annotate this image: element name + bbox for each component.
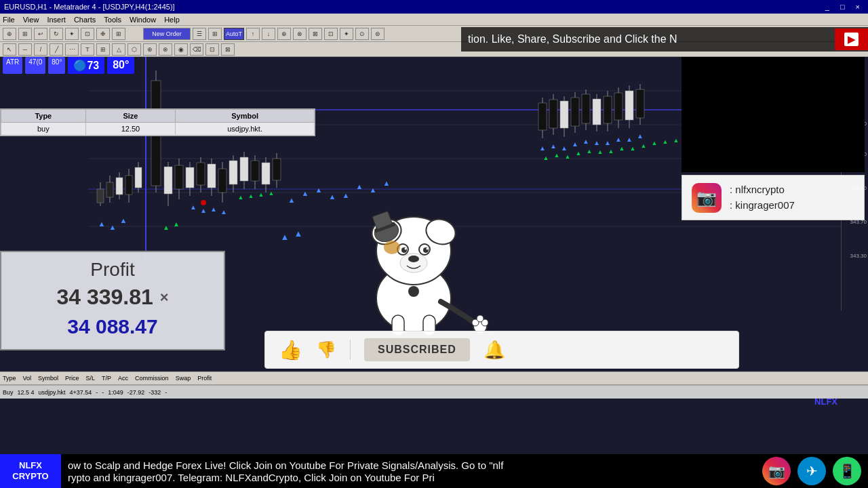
trade-info-table: Type Size Symbol buy 12.50 usdjpy.hkt. [1, 109, 315, 136]
col-h-swap: Swap [176, 375, 191, 382]
svg-rect-50 [571, 98, 579, 126]
tb2-btn-14[interactable]: ⊡ [205, 43, 219, 56]
indicator-large1: 🔵73 [68, 57, 104, 74]
svg-text:▲: ▲ [248, 192, 254, 199]
svg-rect-40 [262, 163, 270, 184]
tb-btn-9[interactable]: ☰ [193, 28, 206, 40]
menu-help[interactable]: Help [164, 16, 180, 24]
dislike-button[interactable]: 👎 [316, 340, 336, 359]
tb-btn-2[interactable]: ⊞ [18, 28, 32, 40]
tb-btn-12[interactable]: ↓ [262, 28, 275, 40]
tb2-btn-8[interactable]: △ [112, 43, 125, 56]
col-h-commission: Commission [135, 375, 169, 382]
tb2-btn-7[interactable]: ⊞ [96, 43, 110, 56]
bottom-trade-details: Buy 12.5 4 usdjpy.hkt 4+37.54 - - 1:049 … [0, 385, 868, 399]
trade-detail-symbol: usdjpy.hkt [39, 389, 66, 396]
yt-separator [350, 340, 351, 360]
svg-text:▲: ▲ [98, 220, 106, 228]
menu-tools[interactable]: Tools [104, 16, 121, 24]
tb-btn-10[interactable]: ⊞ [208, 28, 222, 40]
autotrade-btn[interactable]: AutoT [224, 28, 244, 40]
tb-btn-6[interactable]: ⊡ [81, 28, 94, 40]
tb-btn-7[interactable]: ❉ [96, 28, 110, 40]
tb2-btn-4[interactable]: ╱ [50, 43, 63, 56]
svg-text:▲: ▲ [554, 152, 560, 159]
svg-rect-48 [560, 101, 568, 128]
svg-text:▲: ▲ [597, 148, 604, 155]
bell-button[interactable]: 🔔 [484, 340, 505, 361]
menu-file[interactable]: File [3, 16, 15, 24]
tb-btn-13[interactable]: ⊕ [277, 28, 291, 40]
tb-btn-3[interactable]: ↩ [34, 28, 47, 40]
tb-btn-4[interactable]: ↻ [50, 28, 63, 40]
trade-size: 12.50 [85, 123, 176, 136]
tb2-btn-12[interactable]: ◉ [174, 43, 188, 56]
tb-btn-1[interactable]: ⊕ [3, 28, 16, 40]
instagram-handle-2: : kingrager007 [730, 198, 795, 214]
title-text: EURUSD,H1 - Metatrader 4 - [USDJPY,H4(1:… [4, 3, 175, 11]
tb-btn-11[interactable]: ↑ [246, 28, 260, 40]
tb-btn-16[interactable]: ⊡ [324, 28, 338, 40]
telegram-social-btn[interactable]: ✈ [797, 457, 826, 485]
like-button[interactable]: 👍 [279, 339, 302, 361]
indicator-large2: 80° [107, 57, 134, 74]
profit-close-btn[interactable]: × [160, 289, 169, 306]
col-h-acc: Acc [118, 375, 128, 382]
svg-rect-25 [186, 167, 194, 188]
yt-subscribe-btn[interactable]: ▶ [835, 28, 868, 50]
col-h-type: Type [3, 375, 16, 382]
yt-notification-text: tion. Like, Share, Subscribe and Click t… [461, 33, 835, 45]
tb2-btn-1[interactable]: ↖ [3, 43, 16, 56]
minimize-btn[interactable]: _ [821, 3, 833, 11]
tb-btn-19[interactable]: ⊚ [371, 28, 384, 40]
svg-text:▲: ▲ [608, 148, 614, 155]
col-h-symbol: Symbol [38, 375, 58, 382]
profit-panel: Profit 34 339.81 × 34 088.47 [0, 251, 225, 350]
menu-insert[interactable]: Insert [47, 16, 66, 24]
tb2-btn-11[interactable]: ⊗ [159, 43, 172, 56]
tb2-btn-2[interactable]: ─ [18, 43, 32, 56]
tb2-btn-15[interactable]: ⊠ [221, 43, 235, 56]
col-symbol: Symbol [176, 110, 315, 123]
svg-text:▲: ▲ [288, 196, 296, 204]
svg-rect-60 [625, 91, 633, 120]
tb2-btn-3[interactable]: / [34, 43, 47, 56]
instagram-social-btn[interactable]: 📷 [762, 457, 791, 485]
tb2-btn-13[interactable]: ⌫ [190, 43, 203, 56]
svg-point-138 [477, 315, 484, 322]
svg-text:▲: ▲ [543, 155, 549, 161]
svg-text:▲: ▲ [190, 203, 197, 211]
tb-btn-5[interactable]: ✦ [65, 28, 79, 40]
menu-view[interactable]: View [23, 16, 39, 24]
close-btn[interactable]: × [852, 3, 864, 11]
tb-btn-8[interactable]: ⊞ [112, 28, 125, 40]
tb2-btn-5[interactable]: ⋯ [65, 43, 79, 56]
instagram-logo-icon: 📷 [696, 188, 717, 207]
subscribed-button[interactable]: SUBSCRIBED [364, 338, 470, 361]
svg-rect-30 [208, 164, 216, 188]
svg-text:▲: ▲ [200, 207, 207, 214]
svg-text:▲: ▲ [539, 144, 546, 152]
new-order-btn[interactable]: New Order [143, 28, 191, 40]
tb-btn-17[interactable]: ✦ [340, 28, 353, 40]
col-type: Type [1, 110, 86, 123]
svg-text:▲: ▲ [163, 224, 170, 231]
yt-notification-bar: tion. Like, Share, Subscribe and Click t… [461, 27, 868, 52]
svg-text:▲: ▲ [561, 144, 568, 152]
trade-detail-sl: - [96, 389, 98, 396]
col-h-price: Price [65, 375, 79, 382]
tb-btn-15[interactable]: ⊠ [309, 28, 322, 40]
nlfx-logo-line1: NLFX [19, 460, 42, 471]
maximize-btn[interactable]: □ [836, 3, 849, 11]
menu-charts[interactable]: Charts [74, 16, 96, 24]
menu-window[interactable]: Window [130, 16, 156, 24]
tb-btn-14[interactable]: ⊗ [293, 28, 307, 40]
tb2-btn-6[interactable]: T [81, 43, 94, 56]
trade-detail-comm: -27.92 [127, 389, 145, 396]
dark-video-area [682, 57, 865, 172]
tb2-btn-10[interactable]: ⊕ [143, 43, 157, 56]
svg-rect-38 [251, 161, 259, 181]
tb-btn-18[interactable]: ⊙ [355, 28, 369, 40]
whatsapp-social-btn[interactable]: 📱 [833, 457, 861, 485]
tb2-btn-9[interactable]: ⬡ [127, 43, 141, 56]
